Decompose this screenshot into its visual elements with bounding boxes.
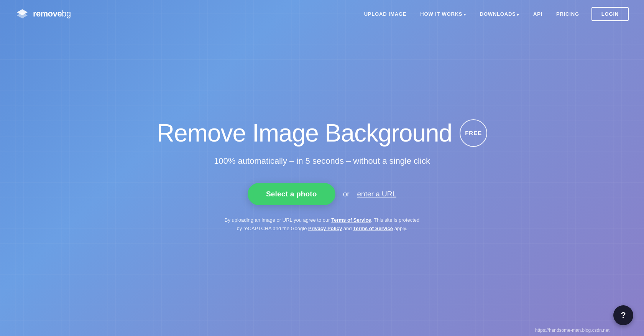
free-badge-text: FREE [465, 130, 482, 136]
enter-url-link[interactable]: enter a URL [357, 190, 396, 198]
action-row: Select a photo or enter a URL [248, 183, 396, 205]
legal-line3: by reCAPTCHA and the Google [237, 226, 307, 231]
page-wrapper: removebg UPLOAD IMAGE HOW IT WORKS DOWNL… [0, 0, 644, 336]
footer-url: https://handsome-man.blog.csdn.net [535, 328, 610, 333]
free-badge: FREE [460, 119, 487, 147]
help-icon: ? [621, 311, 626, 320]
select-photo-button[interactable]: Select a photo [248, 183, 335, 205]
nav-api[interactable]: API [528, 8, 548, 20]
hero-title-wrap: Remove Image Background FREE [157, 119, 487, 147]
tos-link-2[interactable]: Terms of Service [353, 226, 393, 231]
help-button[interactable]: ? [613, 305, 633, 325]
legal-line1: By uploading an image or URL you agree t… [225, 217, 330, 223]
legal-and: and [343, 226, 352, 231]
nav-pricing[interactable]: PRICING [551, 8, 585, 20]
legal-apply: apply. [394, 226, 407, 231]
legal-text: By uploading an image or URL you agree t… [225, 216, 420, 233]
nav-upload[interactable]: UPLOAD IMAGE [359, 8, 412, 20]
tos-link-1[interactable]: Terms of Service [331, 217, 371, 223]
nav-how-it-works[interactable]: HOW IT WORKS [415, 8, 471, 20]
legal-line2: . This site is protected [371, 217, 419, 223]
hero-subtitle: 100% automatically – in 5 seconds – with… [214, 156, 430, 166]
privacy-link[interactable]: Privacy Policy [308, 226, 342, 231]
or-text: or [343, 190, 350, 198]
hero-section: Remove Image Background FREE 100% automa… [0, 16, 644, 336]
nav-downloads[interactable]: DOWNLOADS [475, 8, 525, 20]
hero-title: Remove Image Background [157, 120, 452, 147]
